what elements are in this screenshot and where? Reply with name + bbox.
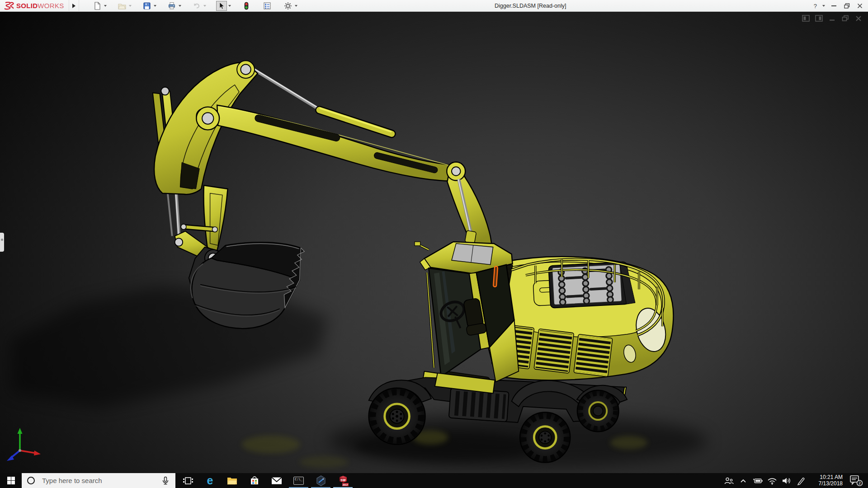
taskbar-app-edge[interactable]: e xyxy=(199,473,221,488)
options-caret[interactable] xyxy=(295,5,297,7)
selected-edge-highlight xyxy=(493,266,498,286)
taskbar-clock[interactable]: 10:21 AM 7/13/2018 xyxy=(813,474,843,487)
cortana-icon xyxy=(27,477,35,484)
document-title: Digger.SLDASM [Read-only] xyxy=(495,3,566,9)
solidworks-logo: SOLIDWORKS xyxy=(0,0,69,12)
task-view-icon xyxy=(183,476,193,486)
close-icon xyxy=(857,3,863,9)
file-properties-button[interactable] xyxy=(262,1,273,11)
action-center-button[interactable]: 2 xyxy=(846,473,866,488)
logo-text-bold: SOLID xyxy=(16,2,38,9)
solidworks-app-icon: SW 2017 xyxy=(337,475,349,487)
flyout-tab-handle xyxy=(1,239,3,241)
edge-icon: e xyxy=(207,475,213,486)
system-tray xyxy=(722,473,808,488)
sw-year: 2017 xyxy=(342,483,348,486)
start-button[interactable] xyxy=(0,473,22,488)
print-button[interactable] xyxy=(166,1,177,11)
taskbar-app-mail[interactable] xyxy=(265,473,288,488)
select-cursor-icon xyxy=(217,2,226,10)
dock-pane-right-button[interactable] xyxy=(815,14,823,22)
help-button[interactable]: ? xyxy=(814,3,817,9)
wifi-icon[interactable] xyxy=(765,473,779,488)
open-button[interactable] xyxy=(117,1,127,11)
paint-3d-icon xyxy=(316,475,326,486)
undo-button[interactable] xyxy=(191,1,202,11)
document-window-controls xyxy=(802,14,863,22)
new-document-icon xyxy=(93,2,101,10)
microphone-icon[interactable] xyxy=(161,476,170,485)
action-center-icon: 2 xyxy=(849,475,863,487)
document-close-button[interactable] xyxy=(854,14,863,22)
taskbar-app-file-explorer[interactable] xyxy=(221,473,243,488)
undo-caret[interactable] xyxy=(203,5,206,7)
mail-icon xyxy=(271,477,282,485)
people-icon[interactable] xyxy=(722,473,736,488)
view-orientation-label: *Dimetric xyxy=(6,465,30,472)
select-button[interactable] xyxy=(216,1,227,11)
stoplight-icon xyxy=(242,2,250,10)
command-prompt-icon: C:\_ xyxy=(293,477,304,485)
print-caret[interactable] xyxy=(179,5,181,7)
select-caret[interactable] xyxy=(228,5,231,7)
file-properties-icon xyxy=(263,2,271,10)
chevron-up-icon[interactable] xyxy=(736,473,750,488)
toolbar-flyout-button[interactable] xyxy=(69,0,79,12)
document-restore-button[interactable] xyxy=(841,14,849,22)
taskbar-app-row: e C:\_ xyxy=(177,473,354,488)
save-icon xyxy=(143,2,151,10)
taskbar-app-command-prompt[interactable]: C:\_ xyxy=(288,473,310,488)
title-bar: SOLIDWORKS xyxy=(0,0,868,12)
orientation-triad xyxy=(3,425,46,463)
file-explorer-icon xyxy=(227,476,237,485)
notification-badge: 2 xyxy=(859,481,861,485)
save-button[interactable] xyxy=(142,1,152,11)
undo-icon xyxy=(193,2,201,10)
print-icon xyxy=(168,2,176,10)
help-caret[interactable] xyxy=(822,5,825,7)
clock-date: 7/13/2018 xyxy=(813,480,843,487)
windows-logo-icon xyxy=(7,477,15,484)
solidworks-logo-icon xyxy=(4,2,14,10)
taskbar-search-box[interactable] xyxy=(22,473,175,488)
clock-time: 10:21 AM xyxy=(813,474,843,480)
dock-pane-left-button[interactable] xyxy=(802,14,810,22)
save-caret[interactable] xyxy=(154,5,156,7)
task-view-button[interactable] xyxy=(177,473,199,488)
gear-icon xyxy=(284,2,292,10)
restore-button[interactable] xyxy=(842,1,851,10)
new-document-caret[interactable] xyxy=(104,5,107,7)
search-input[interactable] xyxy=(42,477,146,484)
minimize-button[interactable] xyxy=(829,1,838,10)
battery-icon[interactable] xyxy=(750,473,765,488)
close-button[interactable] xyxy=(855,1,864,10)
logo-text-light: WORKS xyxy=(38,2,64,9)
graphics-area[interactable]: *Dimetric xyxy=(0,12,868,473)
taskbar: e C:\_ xyxy=(0,473,868,488)
open-caret[interactable] xyxy=(129,5,132,7)
options-button[interactable] xyxy=(283,1,293,11)
pen-icon[interactable] xyxy=(794,473,808,488)
store-icon xyxy=(250,476,259,486)
sw-letters: SW xyxy=(340,479,346,482)
taskbar-app-store[interactable] xyxy=(243,473,265,488)
new-document-button[interactable] xyxy=(92,1,103,11)
taskbar-app-paint-3d[interactable] xyxy=(310,473,332,488)
open-icon xyxy=(118,2,126,10)
restore-icon xyxy=(844,3,850,9)
featuremanager-flyout-tab[interactable] xyxy=(0,233,4,252)
volume-icon[interactable] xyxy=(779,473,794,488)
document-minimize-button[interactable] xyxy=(828,14,836,22)
rebuild-stoplight-button[interactable] xyxy=(241,1,252,11)
excavator-model xyxy=(0,12,868,473)
taskbar-app-solidworks[interactable]: SW 2017 xyxy=(332,473,354,488)
